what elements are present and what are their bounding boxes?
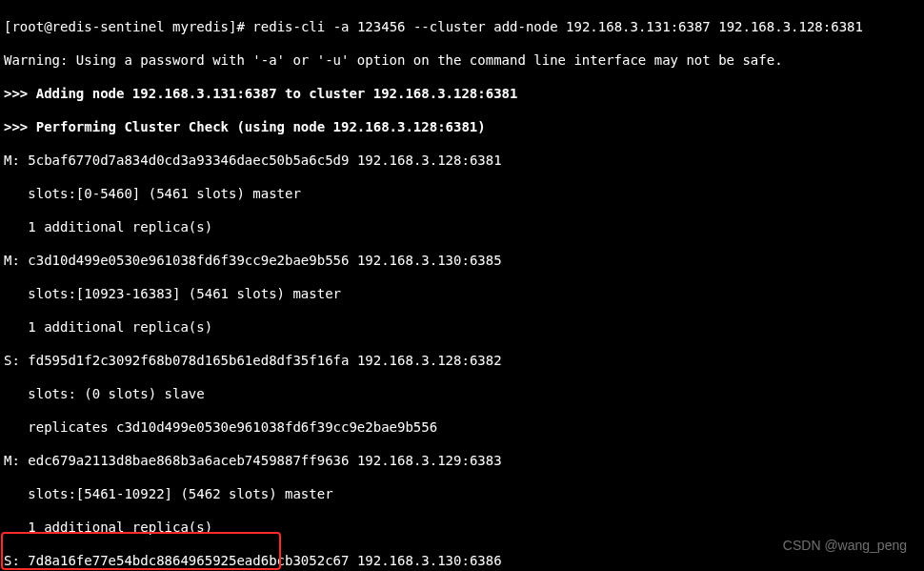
node-slots: slots:[10923-16383] (5461 slots) master — [4, 286, 920, 303]
node-slots: slots:[5461-10922] (5462 slots) master — [4, 486, 920, 503]
node-slots: slots: (0 slots) slave — [4, 386, 920, 403]
cluster-check-line: >>> Performing Cluster Check (using node… — [4, 119, 920, 136]
node-header: S: 7d8a16fe77e54bdc8864965925ead6bcb3052… — [4, 553, 920, 570]
node-header: M: edc679a2113d8bae868b3a6aceb7459887ff9… — [4, 453, 920, 470]
warning-line: Warning: Using a password with '-a' or '… — [4, 52, 920, 70]
node-extra: 1 additional replica(s) — [4, 319, 920, 336]
node-extra: replicates c3d10d499e0530e961038fd6f39cc… — [4, 419, 920, 437]
node-header: M: 5cbaf6770d7a834d0cd3a93346daec50b5a6c… — [4, 153, 920, 170]
watermark-text: CSDN @wang_peng — [783, 538, 907, 555]
prompt-line: [root@redis-sentinel myredis]# redis-cli… — [4, 19, 920, 36]
adding-node-line: >>> Adding node 192.168.3.131:6387 to cl… — [4, 86, 920, 103]
node-slots: slots:[0-5460] (5461 slots) master — [4, 186, 920, 203]
node-header: S: fd595d1f2c3092f68b078d165b61ed8df35f1… — [4, 353, 920, 370]
node-header: M: c3d10d499e0530e961038fd6f39cc9e2bae9b… — [4, 253, 920, 270]
node-extra: 1 additional replica(s) — [4, 219, 920, 236]
node-extra: 1 additional replica(s) — [4, 520, 920, 537]
terminal-output[interactable]: [root@redis-sentinel myredis]# redis-cli… — [0, 0, 924, 571]
